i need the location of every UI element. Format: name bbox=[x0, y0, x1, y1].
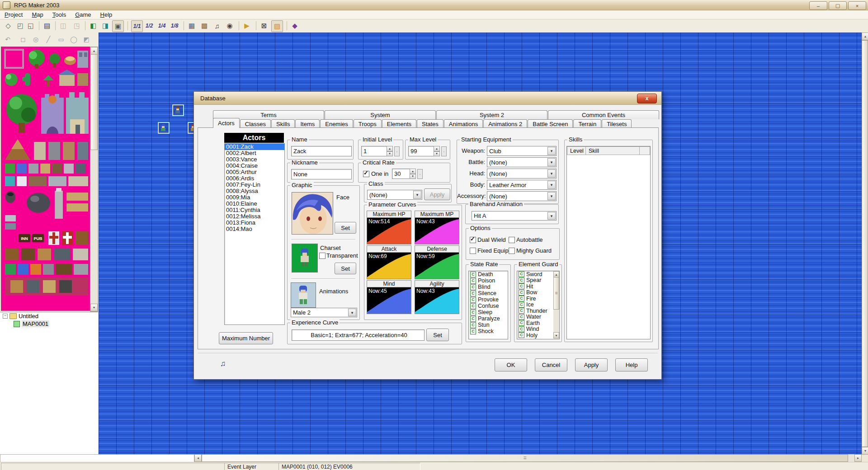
body-dropdown[interactable]: Leather Armor▾ bbox=[487, 180, 557, 190]
critical-rate-input[interactable]: 30 bbox=[392, 169, 412, 179]
curve-maximum-mp[interactable]: Maximum MP Now:43 bbox=[415, 211, 459, 244]
chevron-down-icon[interactable]: ▾ bbox=[547, 147, 556, 155]
actor-item[interactable]: 0008:Alyssa bbox=[225, 188, 284, 194]
fullscreen-icon[interactable]: ⊠ bbox=[259, 20, 269, 31]
resource-manager-icon[interactable]: ▩ bbox=[199, 20, 210, 31]
undo-icon[interactable]: ↶ bbox=[3, 34, 13, 44]
element-scroll-down-icon[interactable]: ▾ bbox=[553, 332, 559, 338]
tab-states[interactable]: States bbox=[417, 119, 443, 128]
weapon-dropdown[interactable]: Club▾ bbox=[487, 146, 557, 156]
open-project-icon[interactable]: ◰ bbox=[15, 20, 26, 31]
playtest-icon[interactable]: ▶ bbox=[241, 20, 252, 31]
state-item[interactable]: CSilence bbox=[469, 290, 508, 296]
help-book-icon[interactable]: ◆ bbox=[289, 20, 300, 31]
map-scroll-down-icon[interactable]: ▾ bbox=[862, 447, 868, 455]
animations-image[interactable] bbox=[291, 282, 316, 308]
state-item[interactable]: CShock bbox=[469, 328, 508, 334]
new-project-icon[interactable]: ◇ bbox=[3, 20, 14, 31]
tab-items[interactable]: Items bbox=[295, 119, 320, 128]
ellipse-icon[interactable]: ◯ bbox=[69, 34, 79, 44]
map-event-1[interactable] bbox=[173, 105, 184, 116]
palette-scroll-thumb[interactable] bbox=[90, 54, 98, 150]
spin-down-icon[interactable]: ▾ bbox=[387, 151, 393, 157]
curve-agility[interactable]: Agility Now:43 bbox=[415, 280, 459, 314]
help-button[interactable]: Help bbox=[615, 358, 648, 371]
map-scroll-left-icon[interactable]: ◂ bbox=[194, 454, 202, 462]
palette-scroll-down-icon[interactable]: ▾ bbox=[90, 304, 98, 311]
barehand-animation-dropdown[interactable]: Hit A▾ bbox=[472, 211, 557, 221]
state-item[interactable]: CProvoke bbox=[469, 296, 508, 303]
map-event-2[interactable] bbox=[158, 122, 169, 133]
tree-map-row[interactable]: MAP0001 bbox=[0, 320, 98, 328]
dual-wield-checkbox[interactable] bbox=[470, 237, 476, 243]
close-button[interactable]: × bbox=[848, 1, 866, 10]
minimize-button[interactable]: – bbox=[809, 1, 827, 10]
actors-list[interactable]: 0001:Zack 0002:Albert 0003:Vance 0004:Cr… bbox=[224, 143, 285, 325]
actor-item[interactable]: 0003:Vance bbox=[225, 156, 284, 163]
tab-animations-2[interactable]: Animations 2 bbox=[483, 119, 527, 128]
autobattle-checkbox[interactable] bbox=[509, 237, 515, 243]
tab-enemies[interactable]: Enemies bbox=[320, 119, 353, 128]
tab-actors[interactable]: Actors bbox=[213, 118, 240, 128]
actor-item[interactable]: 0005:Arthur bbox=[225, 169, 284, 175]
animation-set-dropdown[interactable]: Male 2 ▾ bbox=[291, 308, 357, 317]
curve-maximum-hp[interactable]: Maximum HP Now:514 bbox=[367, 211, 411, 244]
charset-image[interactable] bbox=[292, 244, 318, 273]
ok-button[interactable]: OK bbox=[495, 358, 527, 371]
spin-up-icon[interactable]: ▴ bbox=[387, 146, 393, 151]
tab-skills[interactable]: Skills bbox=[271, 119, 295, 128]
class-apply-button[interactable]: Apply bbox=[424, 188, 450, 200]
head-dropdown[interactable]: (None)▾ bbox=[487, 169, 557, 179]
dialog-close-icon[interactable]: x bbox=[637, 94, 657, 103]
chevron-down-icon[interactable]: ▾ bbox=[547, 169, 556, 178]
experience-set-button[interactable]: Set bbox=[426, 329, 449, 341]
curve-attack[interactable]: Attack Now:69 bbox=[367, 245, 411, 279]
state-item[interactable]: CPoison bbox=[469, 277, 508, 284]
state-item[interactable]: CConfuse bbox=[469, 303, 508, 309]
chevron-down-icon[interactable]: ▾ bbox=[348, 309, 356, 316]
spin-up-icon[interactable]: ▴ bbox=[410, 169, 416, 174]
zoom-tool-icon[interactable]: ◎ bbox=[31, 34, 41, 44]
state-rate-list[interactable]: CDeath CPoison CBlind CSilence CProvoke … bbox=[468, 271, 508, 339]
restore-button[interactable]: ▢ bbox=[829, 1, 847, 10]
map-scroll-right-icon[interactable]: ▸ bbox=[854, 454, 862, 462]
chevron-down-icon[interactable]: ▾ bbox=[547, 158, 556, 166]
skills-col-skill[interactable]: Skill bbox=[585, 146, 642, 155]
tab-animations[interactable]: Animations bbox=[444, 119, 483, 128]
actor-item[interactable]: 0002:Albert bbox=[225, 150, 284, 156]
menu-game[interactable]: Game bbox=[71, 11, 95, 18]
accessory-dropdown[interactable]: (None)▾ bbox=[487, 191, 557, 201]
chevron-down-icon[interactable]: ▾ bbox=[413, 191, 421, 199]
dialog-titlebar[interactable]: Database bbox=[194, 92, 661, 105]
battle-dropdown[interactable]: (None)▾ bbox=[487, 157, 557, 167]
state-item[interactable]: CStun bbox=[469, 322, 508, 328]
palette-scroll-up-icon[interactable]: ▴ bbox=[90, 47, 98, 55]
tree-root-row[interactable]: − Untitled bbox=[0, 312, 98, 320]
transparent-checkbox[interactable] bbox=[319, 253, 326, 259]
charset-set-button[interactable]: Set bbox=[335, 263, 356, 274]
face-set-button[interactable]: Set bbox=[335, 222, 356, 234]
map-horizontal-scrollbar[interactable]: ◂ ☰ ▸ bbox=[194, 454, 862, 462]
actor-item[interactable]: 0006:Ardis bbox=[225, 175, 284, 182]
skills-table[interactable]: Level Skill bbox=[566, 146, 651, 339]
zoom-1-8-button[interactable]: 1/8 bbox=[169, 20, 180, 31]
critical-rate-spin-extra[interactable]: ◦ bbox=[417, 169, 423, 179]
zoom-1-1-button[interactable]: 1/1 bbox=[131, 20, 143, 32]
nickname-input[interactable]: None bbox=[291, 169, 352, 179]
tree-collapse-icon[interactable]: − bbox=[3, 314, 8, 319]
close-project-icon[interactable]: ◱ bbox=[25, 20, 36, 31]
map-hscroll-thumb[interactable]: ☰ bbox=[202, 454, 848, 462]
map-vertical-scrollbar[interactable]: ▴ ▾ bbox=[862, 33, 868, 454]
element-scroll-up-icon[interactable]: ▴ bbox=[553, 271, 559, 277]
cancel-button[interactable]: Cancel bbox=[535, 358, 567, 371]
tab-elements[interactable]: Elements bbox=[382, 119, 416, 128]
element-guard-list[interactable]: CSword CSpear CHit CBow CFire CIce CThun… bbox=[517, 271, 560, 339]
spin-down-icon[interactable]: ▾ bbox=[410, 174, 416, 179]
actor-item[interactable]: 0001:Zack bbox=[225, 144, 284, 150]
initial-level-input[interactable]: 1 bbox=[361, 146, 389, 156]
rectangle-icon[interactable]: ▭ bbox=[56, 34, 66, 44]
state-item[interactable]: CDeath bbox=[469, 271, 508, 277]
maximum-number-button[interactable]: Maximum Number bbox=[219, 332, 273, 344]
database-icon[interactable]: ▦ bbox=[186, 20, 197, 31]
tab-classes[interactable]: Classes bbox=[240, 119, 271, 128]
